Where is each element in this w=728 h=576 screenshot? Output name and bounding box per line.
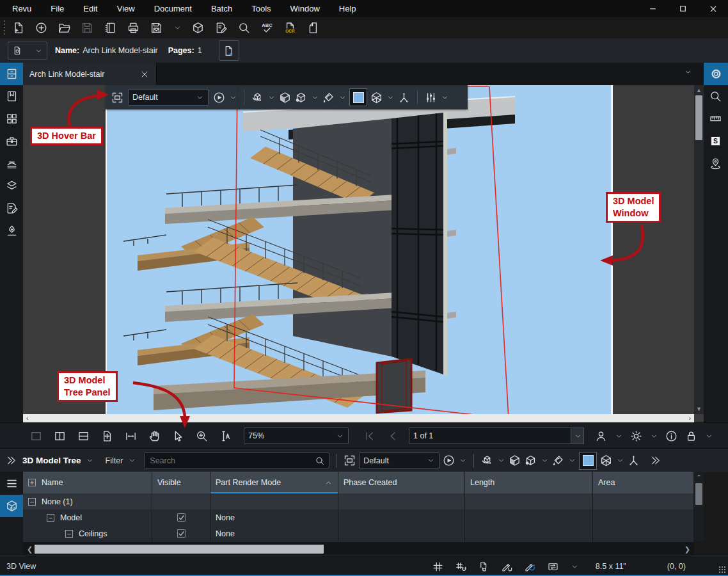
model-tree-cube-icon[interactable]: [370, 91, 383, 104]
split-horizontal-icon[interactable]: [77, 429, 90, 443]
table-vertical-scrollbar[interactable]: ⌃: [694, 472, 704, 541]
chevron-down-icon[interactable]: [705, 432, 713, 440]
play-render-icon[interactable]: [212, 91, 226, 104]
panel-expand-icon[interactable]: [5, 454, 17, 467]
paint-render-icon[interactable]: [322, 91, 335, 104]
settings-panel-toggle[interactable]: [704, 63, 728, 85]
chevron-down-icon[interactable]: [86, 456, 94, 465]
vertical-scroll-thumb[interactable]: [695, 95, 702, 140]
chevron-down-icon[interactable]: [650, 432, 658, 440]
resize-grip[interactable]: [718, 566, 726, 573]
sidebar-item-markups-list[interactable]: [0, 197, 23, 220]
column-header-area[interactable]: Area: [593, 472, 694, 493]
markup-editor-icon[interactable]: [214, 21, 228, 35]
background-color-swatch[interactable]: [349, 88, 367, 106]
toolbar-drag-handle[interactable]: [3, 20, 6, 36]
tab-list-dropdown[interactable]: [683, 68, 692, 78]
axes-icon[interactable]: [397, 91, 411, 104]
appearance-box-icon[interactable]: [278, 91, 292, 104]
cell-name[interactable]: −Ceilings: [23, 525, 152, 541]
tab-close-icon[interactable]: [139, 69, 150, 79]
chevron-down-icon[interactable]: [616, 456, 624, 465]
background-color-swatch[interactable]: [579, 452, 597, 470]
play-render-icon[interactable]: [442, 454, 455, 467]
document-type-selector[interactable]: [8, 42, 47, 60]
export-save-icon[interactable]: [150, 21, 163, 35]
sidebar-item-search[interactable]: [704, 85, 727, 108]
appearance-box-icon[interactable]: [508, 454, 521, 467]
column-header-name[interactable]: +Name: [23, 472, 152, 493]
menu-edit[interactable]: Edit: [74, 0, 107, 17]
zoom-level-select[interactable]: 75%: [244, 428, 349, 444]
visible-checkbox[interactable]: [177, 513, 186, 522]
maximize-button[interactable]: [668, 0, 698, 17]
chevron-down-icon[interactable]: [571, 563, 579, 571]
minimize-button[interactable]: [638, 0, 668, 17]
cell-part-render-mode[interactable]: None: [210, 525, 338, 541]
scroll-down-arrow[interactable]: ▼: [694, 404, 704, 413]
sidebar-item-layers-diamonds[interactable]: [0, 175, 23, 197]
3d-content-icon[interactable]: [191, 21, 205, 35]
fit-page-icon[interactable]: [100, 429, 114, 443]
sidebar-item-sets-stack[interactable]: [0, 152, 23, 175]
chevron-down-icon[interactable]: [311, 93, 319, 102]
chevron-down-icon[interactable]: [441, 93, 449, 102]
menu-window[interactable]: Window: [281, 0, 329, 17]
sidebar-item-studio-s[interactable]: S: [704, 130, 727, 152]
markup-snap-icon[interactable]: [501, 561, 513, 573]
table-row-model[interactable]: −ModelNone: [23, 509, 694, 525]
cell-empty[interactable]: [465, 509, 593, 525]
insert-pages-button[interactable]: [219, 40, 239, 61]
grid-icon[interactable]: [432, 561, 444, 573]
chevron-down-icon[interactable]: [459, 456, 467, 465]
chevron-down-icon[interactable]: [568, 456, 576, 465]
menu-revu[interactable]: Revu: [3, 0, 41, 17]
brightness-sun-icon[interactable]: [629, 429, 643, 443]
scroll-right-arrow[interactable]: ›: [689, 414, 691, 422]
ocr-icon[interactable]: OCR: [283, 21, 297, 35]
document-snap-icon[interactable]: [478, 561, 490, 573]
page-setup-icon[interactable]: [306, 21, 320, 35]
column-header-visible[interactable]: Visible: [152, 472, 210, 493]
search-box[interactable]: [144, 452, 329, 468]
chevron-down-icon[interactable]: [128, 456, 136, 465]
column-header-phase-created[interactable]: Phase Created: [338, 472, 465, 493]
open-session-icon[interactable]: [35, 21, 48, 35]
single-pane-icon[interactable]: [29, 429, 43, 443]
chevron-down-icon[interactable]: [615, 432, 623, 440]
markup-sync-blue-icon[interactable]: [524, 561, 536, 573]
profiles-notebook-icon[interactable]: [104, 21, 117, 35]
view-preset-select[interactable]: Default: [128, 89, 209, 106]
cell-empty[interactable]: [465, 525, 593, 541]
column-header-length[interactable]: Length: [465, 472, 593, 493]
sidebar-item-measure-ruler[interactable]: [704, 108, 727, 130]
menu-document[interactable]: Document: [145, 0, 202, 17]
save-icon[interactable]: [81, 21, 94, 35]
menu-batch[interactable]: Batch: [202, 0, 242, 17]
table-row-none-1-[interactable]: −None (1): [23, 493, 694, 509]
model-units-icon[interactable]: [294, 91, 308, 104]
search-icon[interactable]: [237, 21, 251, 35]
chevron-down-icon[interactable]: [497, 456, 505, 465]
first-page-icon[interactable]: [363, 429, 376, 443]
cell-name[interactable]: −None (1): [23, 493, 152, 509]
pan-hand-icon[interactable]: [148, 429, 161, 443]
horizontal-scrollbar[interactable]: ‹ ›: [23, 414, 694, 422]
file-access-panel-toggle[interactable]: [0, 63, 23, 85]
orbit-cube-icon[interactable]: [480, 454, 494, 467]
filter-label[interactable]: Filter: [106, 456, 123, 465]
page-dropdown[interactable]: [571, 428, 584, 444]
select-text-icon[interactable]: [219, 429, 232, 443]
spell-check-icon[interactable]: ABC: [260, 21, 274, 35]
sidebar-item-measurements-pen[interactable]: [0, 220, 23, 242]
cell-empty[interactable]: [338, 493, 465, 509]
view-preset-select[interactable]: Default: [359, 452, 439, 469]
chevron-down-icon[interactable]: [229, 93, 237, 102]
orbit-cube-icon[interactable]: [251, 91, 264, 104]
chevron-down-icon[interactable]: [267, 93, 276, 102]
split-vertical-icon[interactable]: [53, 429, 67, 443]
previous-page-icon[interactable]: [386, 429, 400, 443]
cell-empty[interactable]: [338, 525, 465, 541]
scroll-left-arrow[interactable]: ‹: [26, 414, 28, 422]
paint-render-icon[interactable]: [551, 454, 565, 467]
